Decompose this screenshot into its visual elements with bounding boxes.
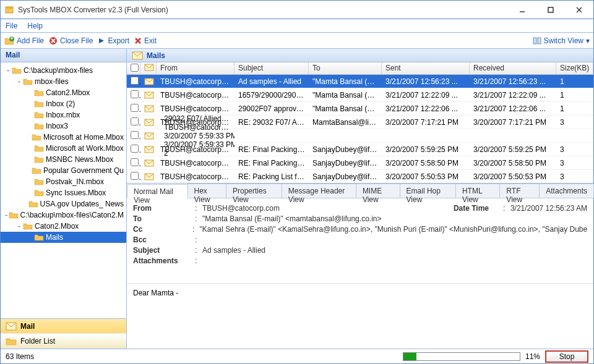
table-row[interactable]: TBUSH@catocorp.c...RE: Final Packing Li.…: [127, 156, 593, 170]
tree-node[interactable]: -C:\backup\mbox-files: [1, 65, 126, 76]
row-checkbox[interactable]: [131, 104, 139, 112]
folder-icon: [32, 166, 41, 175]
table-row[interactable]: TBUSH@catocorp.c...16579/29000/29032..."…: [127, 88, 593, 102]
tree-node[interactable]: Mails: [1, 232, 126, 243]
close-button[interactable]: [565, 1, 593, 19]
expand-icon[interactable]: -: [4, 211, 9, 219]
tree-node[interactable]: Inbox (2): [1, 98, 126, 109]
row-checkbox[interactable]: [131, 131, 139, 139]
stop-button[interactable]: Stop: [545, 350, 588, 363]
minimize-button[interactable]: [508, 1, 536, 19]
switch-view-button[interactable]: Switch View ▾: [533, 36, 590, 45]
expand-icon[interactable]: -: [15, 222, 23, 231]
exit-button[interactable]: Exit: [134, 36, 157, 45]
tab-email-hop[interactable]: Email Hop View: [400, 184, 456, 198]
tab-properties[interactable]: Properties View: [226, 184, 282, 198]
menu-file[interactable]: File: [6, 22, 17, 30]
folder-icon: [28, 200, 38, 208]
col-size[interactable]: Size(KB): [556, 62, 593, 74]
folder-tree[interactable]: -C:\backup\mbox-files-mbox-filesCaton2.M…: [1, 62, 126, 318]
col-from[interactable]: From: [157, 62, 235, 74]
row-checkbox[interactable]: [131, 172, 139, 180]
tree-node[interactable]: -Caton2.Mbox: [1, 221, 126, 232]
tab-html[interactable]: HTML View: [455, 184, 500, 198]
cell-to: SanjayDubey@lifu...: [309, 159, 382, 167]
envelope-icon: [140, 173, 157, 180]
cell-received: 3/20/2007 7:17:21 PM: [470, 118, 556, 127]
col-to[interactable]: To: [309, 62, 382, 74]
row-checkbox[interactable]: [131, 145, 139, 153]
tree-node[interactable]: Sync Issues.Mbox: [1, 187, 126, 198]
nav-folder-list[interactable]: Folder List: [1, 334, 126, 349]
tab-attachments[interactable]: Attachments: [539, 184, 594, 198]
tree-node[interactable]: Microsoft at Work.Mbox: [1, 143, 126, 154]
tree-node[interactable]: Popular Government Qu: [1, 165, 126, 176]
tree-node[interactable]: USA.gov Updates_ News: [1, 198, 126, 210]
folder-icon: [32, 133, 41, 142]
tree-node[interactable]: -mbox-files: [1, 76, 126, 87]
folder-icon: [34, 99, 44, 108]
cell-from: TBUSH@catocorp.c...: [157, 104, 235, 113]
tree-node[interactable]: Caton2.Mbox: [1, 87, 126, 98]
cell-size: 3: [556, 159, 593, 167]
tab-normal[interactable]: Normal Mail View: [127, 184, 188, 198]
row-checkbox[interactable]: [131, 117, 139, 125]
folder-icon: [34, 88, 44, 97]
nav-mail[interactable]: Mail: [1, 319, 126, 334]
grid-header[interactable]: From Subject To Sent Received Size(KB): [127, 62, 593, 75]
tree-node[interactable]: Inbox3: [1, 121, 126, 132]
cell-sent: 3/21/2007 12:22:09 ...: [382, 91, 470, 99]
tree-node[interactable]: Inbox.mbx: [1, 109, 126, 121]
expand-icon[interactable]: -: [4, 66, 12, 75]
tree-node[interactable]: MSNBC News.Mbox: [1, 154, 126, 165]
svg-marker-11: [99, 38, 104, 43]
tree-node[interactable]: Postvak_IN.mbox: [1, 176, 126, 187]
maximize-button[interactable]: [536, 1, 565, 19]
tab-message-header[interactable]: Message Header View: [282, 184, 356, 198]
label-attachments: Attachments: [133, 256, 195, 265]
col-sent[interactable]: Sent: [382, 62, 470, 74]
tree-label: Popular Government Qu: [43, 166, 124, 175]
table-row[interactable]: TBUSH@catocorp.c...RE: Packing List for.…: [127, 170, 593, 183]
table-row[interactable]: TBUSH@catocorp.c...Ad samples - Allied"M…: [127, 75, 593, 88]
meta-hscroll[interactable]: [189, 271, 587, 282]
left-nav: Mail Folder List: [1, 318, 126, 349]
menu-help[interactable]: Help: [27, 22, 43, 30]
tab-hex[interactable]: Hex View: [187, 184, 226, 198]
cell-subject: Ad samples - Allied: [235, 77, 309, 86]
select-all-checkbox[interactable]: [131, 64, 139, 72]
row-checkbox[interactable]: [131, 158, 139, 166]
close-file-button[interactable]: Close File: [49, 36, 93, 45]
cell-received: 3/20/2007 5:50:53 PM: [470, 172, 556, 181]
folder-icon: [34, 144, 44, 153]
tab-rtf[interactable]: RTF View: [499, 184, 540, 198]
tree-node[interactable]: -C:\backup\mbox-files\Caton2.M: [1, 210, 126, 221]
mail-body[interactable]: Dear Mamta -: [127, 283, 593, 307]
svg-text:+: +: [9, 36, 14, 43]
table-row[interactable]: 29032 F07/ Allied / ...TBUSH@catocorp...…: [127, 129, 593, 143]
cell-subject: RE: Final Packing Li...: [235, 145, 309, 154]
tab-mime[interactable]: MIME View: [356, 184, 400, 198]
col-icon[interactable]: [140, 62, 157, 74]
col-received[interactable]: Received: [470, 62, 556, 74]
folder-icon: [6, 337, 17, 345]
app-icon: [4, 5, 14, 15]
close-file-icon: [49, 36, 58, 45]
grid-rows[interactable]: TBUSH@catocorp.c...Ad samples - Allied"M…: [127, 75, 593, 183]
value-to: "Mamta Bansal (E-mail)" <mamtabansal@lif…: [202, 214, 381, 223]
row-checkbox[interactable]: [131, 90, 139, 98]
tree-label: Inbox (2): [46, 99, 75, 108]
envelope-icon: [140, 159, 157, 167]
export-button[interactable]: Export: [98, 36, 129, 45]
expand-icon[interactable]: -: [15, 77, 23, 86]
cell-sent: 3/20/2007 5:58:50 PM: [382, 159, 470, 167]
app-window: SysTools MBOX Converter v2.3 (Full Versi…: [0, 0, 594, 364]
cell-to: TBUSH@catocorp....: [160, 123, 233, 132]
tree-node[interactable]: Microsoft at Home.Mbox: [1, 132, 126, 143]
svg-rect-14: [533, 38, 536, 44]
add-file-button[interactable]: + Add File: [4, 36, 44, 45]
tree-label: Inbox3: [46, 122, 68, 130]
cell-size: 3: [556, 145, 593, 154]
col-subject[interactable]: Subject: [235, 62, 309, 74]
row-checkbox[interactable]: [131, 77, 139, 85]
